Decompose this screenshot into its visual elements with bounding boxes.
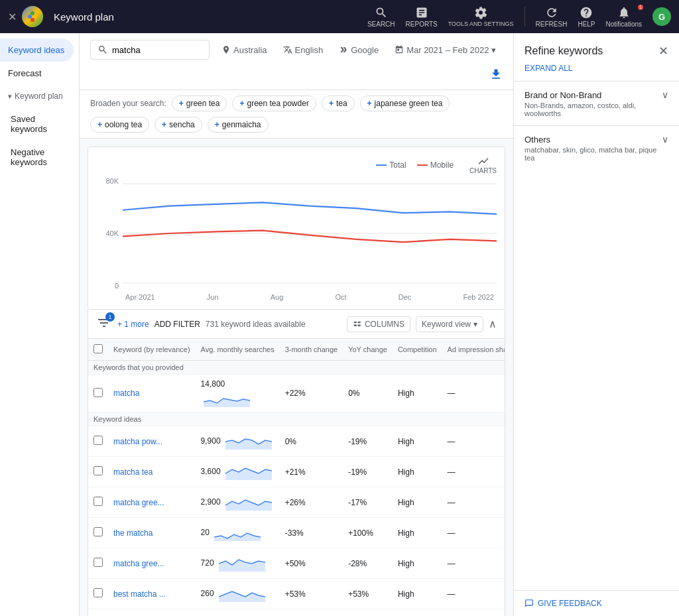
sidebar-item-saved-keywords[interactable]: Saved keywords <box>0 107 74 141</box>
right-panel: Refine keywords ✕ EXPAND ALL Brand or No… <box>513 33 679 616</box>
table-row: the matcha 20 -33%+100%High—— <box>88 518 505 548</box>
keyword-view-button[interactable]: Keyword view ▾ <box>416 316 483 332</box>
keyword-cell[interactable]: matcha tea <box>108 457 196 487</box>
help-action[interactable]: HELP <box>578 6 595 28</box>
view-chevron-icon: ▾ <box>473 320 477 329</box>
main-layout: Keyword ideas Forecast ▾ Keyword plan Sa… <box>0 33 679 616</box>
search-box[interactable] <box>90 40 210 60</box>
table-row: best matcha ... 260 +53%+53%High—$1.23 <box>88 579 505 609</box>
add-filter-button[interactable]: ADD FILTER <box>154 320 200 329</box>
competition-cell: High <box>393 375 442 412</box>
close-icon[interactable]: ✕ <box>8 11 17 23</box>
broaden-row: Broaden your search: +green tea +green t… <box>80 90 513 139</box>
row-checkbox[interactable] <box>93 388 103 397</box>
table-row: starbucks m... 320 +23%+52%Medium—— <box>88 609 505 617</box>
download-button[interactable] <box>489 68 503 83</box>
collapse-button[interactable]: ∧ <box>489 318 497 330</box>
columns-button[interactable]: COLUMNS <box>347 316 410 332</box>
svg-point-0 <box>28 15 32 19</box>
brand-section-subtitle: Non-Brands, amazon, costco, aldi, woolwo… <box>525 101 668 117</box>
right-panel-header: Refine keywords ✕ <box>514 33 679 64</box>
table-row: matcha 14,800 +22% 0% High <box>88 375 505 412</box>
table-row: matcha gree... 2,900 +26%-17%High—$1.28 <box>88 487 505 518</box>
content-area: Australia English Google Mar 2021 – Feb … <box>80 33 513 616</box>
row-checkbox[interactable] <box>93 497 103 506</box>
broaden-chip-genmaicha[interactable]: +genmaicha <box>208 117 269 133</box>
language-label: English <box>295 45 324 55</box>
sidebar-item-keyword-ideas[interactable]: Keyword ideas <box>0 38 74 62</box>
sidebar: Keyword ideas Forecast ▾ Keyword plan Sa… <box>0 33 80 616</box>
feedback-button[interactable]: GIVE FEEDBACK <box>514 590 679 616</box>
refresh-action[interactable]: REFRESH <box>536 6 568 28</box>
keyword-cell[interactable]: best matcha ... <box>108 579 196 609</box>
keyword-cell[interactable]: starbucks m... <box>108 609 196 617</box>
monthly-cell: 3,600 <box>196 457 280 487</box>
monthly-cell: 320 <box>196 609 280 617</box>
right-panel-close-button[interactable]: ✕ <box>658 44 668 58</box>
monthly-cell: 260 <box>196 579 280 609</box>
filter-more-tag[interactable]: + 1 more <box>117 320 149 329</box>
svg-marker-7 <box>204 399 250 407</box>
impression-cell: — <box>442 375 505 412</box>
keyword-count: 731 keyword ideas available <box>206 320 341 329</box>
search-row: Australia English Google Mar 2021 – Feb … <box>80 33 513 90</box>
language-filter[interactable]: English <box>279 42 328 58</box>
search-action[interactable]: SEARCH <box>367 6 395 28</box>
select-all-checkbox[interactable] <box>93 344 103 353</box>
refine-section-others[interactable]: Others ∨ matchabar, skin, glico, matcha … <box>514 125 679 170</box>
topbar: ✕ Keyword plan SEARCH REPORTS TOOLS AND … <box>0 0 679 33</box>
monthly-cell: 20 <box>196 518 280 548</box>
broaden-chip-japanese-green-tea[interactable]: +japanese green tea <box>360 95 450 111</box>
broaden-chip-green-tea-powder[interactable]: +green tea powder <box>232 95 316 111</box>
refresh-label: REFRESH <box>536 21 568 28</box>
keyword-cell[interactable]: matcha gree... <box>108 487 196 518</box>
monthly-cell: 2,900 <box>196 487 280 518</box>
row-checkbox[interactable] <box>93 436 103 445</box>
expand-all-button[interactable]: EXPAND ALL <box>514 64 679 81</box>
svg-marker-13 <box>219 591 265 602</box>
help-label: HELP <box>578 21 595 28</box>
broaden-chip-oolong-tea[interactable]: +oolong tea <box>90 117 149 133</box>
date-filter[interactable]: Mar 2021 – Feb 2022 ▾ <box>391 42 500 58</box>
broaden-chip-tea[interactable]: +tea <box>322 95 355 111</box>
brand-section-title: Brand or Non-Brand <box>525 90 601 100</box>
keyword-table: Keyword (by relevance) Avg. monthly sear… <box>88 339 505 616</box>
keyword-cell[interactable]: matcha <box>108 375 196 412</box>
reports-action[interactable]: REPORTS <box>406 6 438 28</box>
tools-action[interactable]: TOOLS AND SETTINGS <box>448 6 514 27</box>
y-axis: 80K 40K 0 <box>96 177 123 290</box>
row-checkbox[interactable] <box>93 588 103 597</box>
legend-mobile: Mobile <box>417 160 454 170</box>
sidebar-item-forecast[interactable]: Forecast <box>0 62 74 85</box>
network-filter[interactable]: Google <box>335 42 383 58</box>
table-row: matcha pow... 9,900 0%-19%High—$1.12 <box>88 426 505 457</box>
monthly-cell: 9,900 <box>196 426 280 457</box>
provided-section-header: Keywords that you provided <box>88 361 505 375</box>
brand-chevron-icon: ∨ <box>662 90 668 100</box>
row-checkbox[interactable] <box>93 466 103 475</box>
keyword-cell[interactable]: the matcha <box>108 518 196 548</box>
col-competition: Competition <box>393 339 442 361</box>
ideas-section-header: Keyword ideas <box>88 412 505 426</box>
avatar[interactable]: G <box>652 7 671 26</box>
chart-area: Total Mobile CHARTS 80K 40K 0 <box>88 147 505 310</box>
broaden-chip-green-tea[interactable]: +green tea <box>172 95 227 111</box>
page-title: Keyword plan <box>48 11 362 23</box>
app-logo <box>22 6 43 27</box>
notifications-action[interactable]: Notifications 1 <box>606 6 642 28</box>
location-filter[interactable]: Australia <box>217 42 271 58</box>
broaden-chip-sencha[interactable]: +sencha <box>154 117 202 133</box>
table-row: matcha tea 3,600 +21%-19%High—$1.22 <box>88 457 505 487</box>
feedback-label: GIVE FEEDBACK <box>538 599 602 608</box>
keyword-cell[interactable]: matcha pow... <box>108 426 196 457</box>
svg-marker-11 <box>214 533 261 541</box>
keyword-cell[interactable]: matcha gree... <box>108 548 196 579</box>
row-checkbox[interactable] <box>93 558 103 567</box>
sidebar-item-keyword-plan[interactable]: ▾ Keyword plan <box>0 85 74 107</box>
sidebar-item-negative-keywords[interactable]: Negative keywords <box>0 141 74 174</box>
search-input[interactable] <box>112 45 192 55</box>
refine-section-brand[interactable]: Brand or Non-Brand ∨ Non-Brands, amazon,… <box>514 81 679 125</box>
divider <box>525 7 525 27</box>
broaden-label: Broaden your search: <box>90 99 166 108</box>
row-checkbox[interactable] <box>93 527 103 536</box>
